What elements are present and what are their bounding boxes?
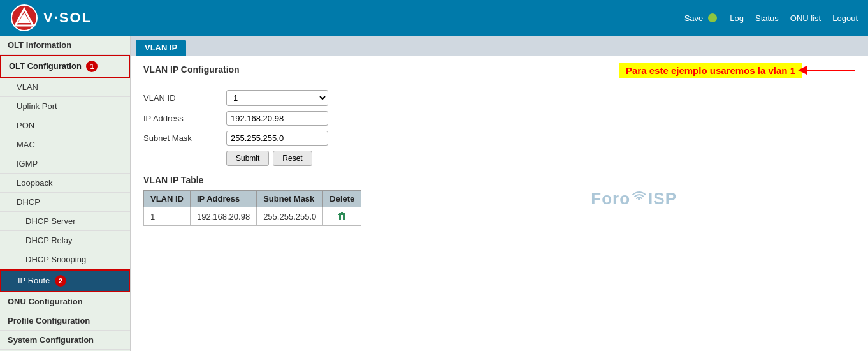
logo-text: V·SOL xyxy=(43,10,92,26)
sidebar-item-system-config[interactable]: System Configuration xyxy=(0,331,130,350)
cell-vlan-id: 1 xyxy=(144,207,191,226)
sidebar-item-mac[interactable]: MAC xyxy=(0,135,130,154)
cell-subnet-mask: 255.255.255.0 xyxy=(257,207,323,226)
logout-link[interactable]: Logout xyxy=(832,13,858,23)
cell-delete[interactable]: 🗑 xyxy=(323,207,361,226)
subnet-mask-label: Subnet Mask xyxy=(143,133,220,143)
watermark-isp: ISP xyxy=(648,189,677,209)
sidebar-item-ip-route[interactable]: IP Route 2 xyxy=(0,269,130,292)
sidebar-item-onu-config[interactable]: ONU Configuration xyxy=(0,292,130,311)
subnet-mask-input[interactable] xyxy=(226,131,328,146)
watermark-wifi-icon xyxy=(630,188,648,205)
badge-1: 1 xyxy=(86,61,98,72)
logo-area: V·SOL xyxy=(10,4,92,32)
sidebar-item-pon[interactable]: PON xyxy=(0,116,130,135)
content-area: VLAN IP Configuration Para este ejemplo … xyxy=(131,56,868,235)
sidebar-item-olt-info[interactable]: OLT Information xyxy=(0,36,130,55)
vlan-id-label: VLAN ID xyxy=(143,93,220,103)
col-subnet-mask: Subnet Mask xyxy=(257,191,323,207)
header: V·SOL Save Log Status ONU list Logout xyxy=(0,0,868,36)
ip-address-input[interactable] xyxy=(226,111,328,126)
tab-bar: VLAN IP xyxy=(131,36,868,56)
table-row: 1 192.168.20.98 255.255.255.0 🗑 xyxy=(144,207,361,226)
delete-button[interactable]: 🗑 xyxy=(335,211,350,222)
annotation-text: Para este ejemplo usaremos la vlan 1 xyxy=(619,63,802,78)
section-title: VLAN IP Configuration xyxy=(143,64,240,75)
vlan-id-select[interactable]: 1 xyxy=(226,90,328,106)
vlan-ip-table: VLAN ID IP Address Subnet Mask Delete 1 … xyxy=(143,190,361,226)
form-buttons: Submit Reset xyxy=(226,151,855,166)
sidebar-item-dhcp-relay[interactable]: DHCP Relay xyxy=(0,231,130,250)
ip-address-label: IP Address xyxy=(143,114,220,123)
vsol-logo-icon xyxy=(10,4,38,32)
annotation-arrow xyxy=(804,70,855,71)
sidebar-item-igmp[interactable]: IGMP xyxy=(0,154,130,174)
ip-address-row: IP Address xyxy=(143,111,855,126)
layout: OLT Information OLT Configuration 1 VLAN… xyxy=(0,36,868,351)
save-label[interactable]: Save xyxy=(684,13,704,23)
foroisp-watermark: Foro ISP xyxy=(591,188,677,209)
save-area: Save xyxy=(684,13,718,23)
submit-button[interactable]: Submit xyxy=(226,151,269,166)
onu-list-link[interactable]: ONU list xyxy=(790,13,821,23)
watermark-foro: Foro xyxy=(591,189,630,209)
header-right: Save Log Status ONU list Logout xyxy=(684,13,858,23)
badge-2: 2 xyxy=(55,275,66,287)
status-indicator xyxy=(708,13,717,22)
sidebar-item-dhcp[interactable]: DHCP xyxy=(0,193,130,212)
vlan-id-row: VLAN ID 1 xyxy=(143,90,855,106)
header-nav: Log Status ONU list Logout xyxy=(730,13,858,23)
sidebar-item-dhcp-server[interactable]: DHCP Server xyxy=(0,212,130,231)
sidebar: OLT Information OLT Configuration 1 VLAN… xyxy=(0,36,131,351)
subnet-mask-row: Subnet Mask xyxy=(143,131,855,146)
log-link[interactable]: Log xyxy=(730,13,744,23)
col-vlan-id: VLAN ID xyxy=(144,191,191,207)
sidebar-item-dhcp-snooping[interactable]: DHCP Snooping xyxy=(0,250,130,269)
table-title: VLAN IP Table xyxy=(143,175,855,185)
col-ip-address: IP Address xyxy=(191,191,257,207)
sidebar-item-profile-config[interactable]: Profile Configuration xyxy=(0,311,130,331)
sidebar-item-olt-config[interactable]: OLT Configuration 1 xyxy=(0,55,130,78)
tab-vlan-ip[interactable]: VLAN IP xyxy=(136,40,186,56)
col-delete: Delete xyxy=(323,191,361,207)
annotation-area: Para este ejemplo usaremos la vlan 1 xyxy=(619,63,855,78)
sidebar-item-vlan[interactable]: VLAN xyxy=(0,78,130,97)
cell-ip-address: 192.168.20.98 xyxy=(191,207,257,226)
status-link[interactable]: Status xyxy=(755,13,779,23)
reset-button[interactable]: Reset xyxy=(273,151,312,166)
sidebar-item-uplink-port[interactable]: Uplink Port xyxy=(0,97,130,116)
main-content: VLAN IP VLAN IP Configuration Para este … xyxy=(131,36,868,351)
sidebar-item-loopback[interactable]: Loopback xyxy=(0,174,130,193)
